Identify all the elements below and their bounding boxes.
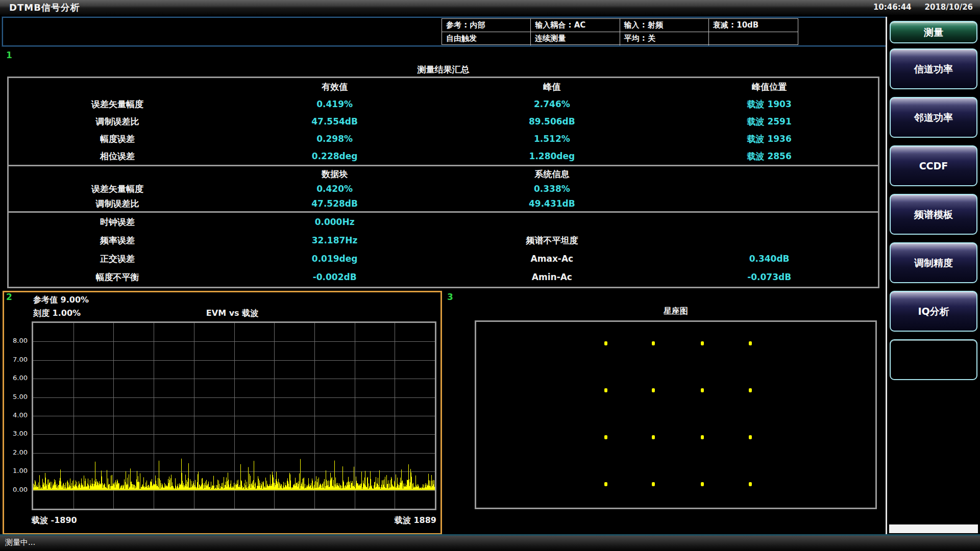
- constellation-point: [701, 482, 704, 486]
- status-average: 平均 : 关: [620, 32, 709, 45]
- summary-section-errors: 时钟误差 0.000Hz 频率误差 32.187Hz 频谱不平坦度 正交误差 0…: [9, 211, 878, 286]
- summary-table: 有效值 峰值 峰值位置 误差矢量幅度 0.419% 2.746% 载波 1903…: [7, 77, 879, 288]
- constellation-point: [749, 341, 752, 345]
- panel2-index: 2: [6, 292, 12, 302]
- sidebar-button-empty[interactable]: [890, 339, 977, 380]
- table-row: 误差矢量幅度 0.419% 2.746% 载波 1903: [9, 95, 878, 113]
- table-row: 频率误差 32.187Hz 频谱不平坦度: [9, 231, 878, 249]
- date-text: 2018/10/26: [925, 3, 973, 12]
- evm-reference-label: 参考值 9.00%: [33, 295, 89, 306]
- evm-ytick: 1.00: [4, 467, 28, 474]
- evm-ytick: 0.00: [4, 486, 28, 493]
- constellation-point: [749, 388, 752, 392]
- status-attenuation: 衰减 : 10dB: [709, 19, 798, 32]
- sidebar-bottom-strip: [889, 524, 978, 533]
- constellation-point: [652, 435, 655, 439]
- evm-ytick: 2.00: [4, 448, 28, 456]
- summary-title: 测量结果汇总: [7, 64, 879, 76]
- table-row: 正交误差 0.019deg Amax-Ac 0.340dB: [9, 249, 878, 268]
- summary-section-datablock: 数据块 系统信息 误差矢量幅度 0.420% 0.338% 调制误差比 47.5…: [9, 165, 878, 211]
- app-title: DTMB信号分析: [9, 2, 80, 14]
- col-header-datablock: 数据块: [226, 166, 444, 182]
- evm-x-end-label: 载波 1889: [334, 515, 436, 526]
- panel1-index: 1: [6, 50, 12, 60]
- constellation-point: [749, 435, 752, 439]
- constellation-point: [701, 435, 704, 439]
- footer-status-bar: 测量中...: [0, 536, 980, 551]
- col-header-peak-pos: 峰值位置: [660, 78, 878, 95]
- evm-ytick: 7.00: [4, 356, 28, 363]
- evm-ytick: 6.00: [4, 374, 28, 382]
- status-empty-cell: [709, 32, 798, 45]
- clock: 10:46:442018/10/26: [873, 3, 973, 12]
- evm-x-start-label: 载波 -1890: [32, 515, 77, 526]
- title-bar: DTMB信号分析 10:46:442018/10/26: [0, 0, 980, 15]
- table-row: 调制误差比 47.554dB 89.506dB 载波 2591: [9, 113, 878, 130]
- status-measure-mode: 连续测量: [531, 32, 620, 45]
- evm-ytick: 4.00: [4, 411, 28, 419]
- constellation-point: [652, 482, 655, 486]
- table-row: 幅度误差 0.298% 1.512% 载波 1936: [9, 130, 878, 147]
- time-text: 10:46:44: [873, 3, 912, 12]
- constellation-point: [652, 388, 655, 392]
- sidebar-button-spectrum-mask[interactable]: 频谱模板: [890, 194, 977, 235]
- status-strip: 参考 : 内部 输入耦合 : AC 输入 : 射频 衰减 : 10dB 自由触发…: [2, 17, 887, 46]
- evm-ytick: 3.00: [4, 430, 28, 437]
- panel3-index: 3: [447, 292, 453, 302]
- constellation-title: 星座图: [475, 306, 877, 317]
- evm-chart-title: EVM vs 载波: [156, 308, 309, 319]
- evm-plot-area[interactable]: [32, 321, 436, 510]
- table-row: 调制误差比 47.528dB 49.431dB: [9, 196, 878, 211]
- sidebar-button-iq-analysis[interactable]: IQ分析: [890, 291, 977, 332]
- sidebar-button-channel-power[interactable]: 信道功率: [890, 48, 977, 89]
- sidebar-button-modulation-accuracy[interactable]: 调制精度: [890, 242, 977, 283]
- col-header-peak: 峰值: [444, 78, 661, 95]
- status-reference: 参考 : 内部: [442, 19, 531, 32]
- sidebar-menu: 测量 信道功率 邻道功率 CCDF 频谱模板 调制精度 IQ分析: [888, 17, 980, 534]
- constellation-point: [604, 435, 607, 439]
- measuring-status-text: 测量中...: [5, 538, 35, 547]
- evm-ytick: 8.00: [4, 337, 28, 344]
- table-header-row: 数据块 系统信息: [9, 166, 878, 182]
- table-header-row: 有效值 峰值 峰值位置: [9, 78, 878, 95]
- constellation-point: [749, 482, 752, 486]
- sidebar-button-adjacent-channel-power[interactable]: 邻道功率: [890, 97, 977, 138]
- status-input: 输入 : 射频: [620, 19, 709, 32]
- sidebar-button-ccdf[interactable]: CCDF: [890, 145, 977, 186]
- table-row: 时钟误差 0.000Hz: [9, 213, 878, 231]
- col-header-system-info: 系统信息: [444, 166, 661, 182]
- sidebar-button-measure[interactable]: 测量: [890, 21, 977, 43]
- main-sidebar-divider: [886, 17, 887, 534]
- status-grid: 参考 : 内部 输入耦合 : AC 输入 : 射频 衰减 : 10dB 自由触发…: [442, 18, 798, 45]
- table-row: 幅度不平衡 -0.002dB Amin-Ac -0.073dB: [9, 268, 878, 286]
- constellation-point: [701, 341, 704, 345]
- status-trigger: 自由触发: [442, 32, 531, 45]
- constellation-point: [604, 388, 607, 392]
- constellation-plot-area[interactable]: [475, 320, 877, 509]
- summary-section-peaks: 有效值 峰值 峰值位置 误差矢量幅度 0.419% 2.746% 载波 1903…: [9, 78, 878, 165]
- evm-scale-label: 刻度 1.00%: [33, 308, 81, 319]
- constellation-point: [604, 482, 607, 486]
- table-row: 误差矢量幅度 0.420% 0.338%: [9, 182, 878, 196]
- constellation-point: [701, 388, 704, 392]
- constellation-point: [604, 341, 607, 345]
- instrument-screen: DTMB信号分析 10:46:442018/10/26 参考 : 内部 输入耦合…: [0, 0, 980, 551]
- col-header-rms: 有效值: [226, 78, 444, 95]
- evm-signal-canvas: [33, 323, 435, 509]
- constellation-point: [652, 341, 655, 345]
- evm-ytick: 5.00: [4, 393, 28, 400]
- status-input-coupling: 输入耦合 : AC: [531, 19, 620, 32]
- table-row: 相位误差 0.228deg 1.280deg 载波 2856: [9, 147, 878, 165]
